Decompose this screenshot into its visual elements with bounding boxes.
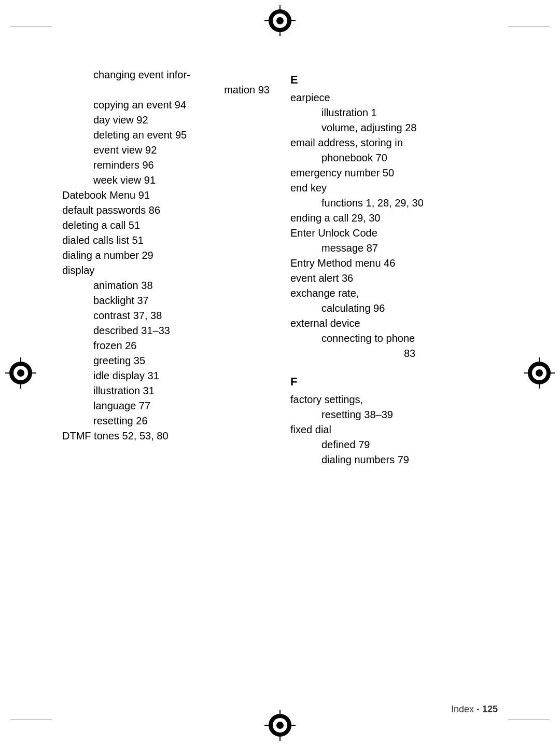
entry-changing-event: changing event infor- mation 93 [62,67,270,98]
footer-label: Index - [451,704,482,714]
entry-reminders: reminders 96 [62,158,270,173]
entry-idle-display: idle display 31 [62,368,270,383]
h-line-top-right [508,26,550,26]
right-column: E earpiece illustration 1 volume, adjust… [290,67,498,679]
h-line-bottom-right [508,720,550,720]
entry-illustration: illustration 31 [62,383,270,398]
entry-fixed-dial-dialing: dialing numbers 79 [290,452,498,467]
entry-enter-unlock-message: message 87 [290,241,498,256]
reg-mark-right-center [524,357,555,389]
footer-page-number: 125 [482,704,498,714]
entry-enter-unlock-code: Enter Unlock Code [290,226,498,241]
entry-end-key-functions: functions 1, 28, 29, 30 [290,196,498,211]
entry-dialing-number: dialing a number 29 [62,248,270,263]
entry-email-address: email address, storing in [290,135,498,150]
entry-factory-resetting: resetting 38–39 [290,407,498,422]
entry-earpiece-illustration: illustration 1 [290,105,498,120]
entry-datebook-menu: Datebook Menu 91 [62,188,270,203]
entry-changing-event-line2: mation 93 [93,82,270,98]
h-line-bottom-left [10,720,52,720]
content-area: changing event infor- mation 93 copying … [62,67,498,679]
entry-described: described 31–33 [62,323,270,338]
entry-resetting: resetting 26 [62,413,270,429]
entry-contrast: contrast 37, 38 [62,308,270,323]
entry-changing-event-line1: changing event infor- [93,67,270,82]
entry-day-view: day view 92 [62,113,270,128]
entry-language: language 77 [62,398,270,413]
svg-point-2 [276,17,284,24]
entry-fixed-dial-defined: defined 79 [290,437,498,452]
section-letter-e: E [290,72,498,88]
svg-point-23 [276,722,284,729]
entry-entry-method: Entry Method menu 46 [290,256,498,271]
entry-end-key: end key [290,181,498,196]
svg-point-16 [536,369,543,377]
left-column: changing event infor- mation 93 copying … [62,67,270,679]
entry-deleting-event: deleting an event 95 [62,128,270,143]
entry-connecting-to-phone: connecting to phone 83 [290,331,498,361]
entry-connecting-line2: 83 [321,346,498,361]
entry-animation: animation 38 [62,278,270,293]
entry-copying-event: copying an event 94 [62,98,270,113]
entry-earpiece-volume: volume, adjusting 28 [290,120,498,135]
entry-factory-settings: factory settings, [290,392,498,407]
entry-email-phonebook: phonebook 70 [290,150,498,165]
section-f: F factory settings, resetting 38–39 fixe… [290,369,498,467]
entry-connecting-line1: connecting to phone [321,331,498,346]
entry-exchange-rate: exchange rate, [290,286,498,301]
reg-mark-left-center [5,357,36,389]
entry-fixed-dial: fixed dial [290,422,498,437]
entry-default-passwords: default passwords 86 [62,203,270,218]
h-line-top-left [10,26,52,26]
entry-ending-call: ending a call 29, 30 [290,211,498,226]
entry-emergency-number: emergency number 50 [290,165,498,181]
reg-mark-top-center [264,5,296,36]
entry-dialed-calls-list: dialed calls list 51 [62,233,270,248]
svg-point-9 [17,369,24,377]
entry-deleting-call: deleting a call 51 [62,218,270,233]
entry-exchange-calculating: calculating 96 [290,301,498,316]
section-letter-f: F [290,374,498,390]
page-footer: Index - 125 [451,704,498,715]
section-e: E earpiece illustration 1 volume, adjust… [290,67,498,361]
entry-event-alert: event alert 36 [290,271,498,286]
entry-greeting: greeting 35 [62,353,270,368]
entry-earpiece: earpiece [290,90,498,105]
page: changing event infor- mation 93 copying … [0,0,560,746]
entry-event-view: event view 92 [62,143,270,158]
entry-display: display [62,263,270,278]
entry-frozen: frozen 26 [62,338,270,353]
entry-backlight: backlight 37 [62,293,270,308]
entry-week-view: week view 91 [62,173,270,188]
entry-dtmf-tones: DTMF tones 52, 53, 80 [62,429,270,444]
entry-external-device: external device [290,316,498,331]
reg-mark-bottom-center [264,710,296,741]
